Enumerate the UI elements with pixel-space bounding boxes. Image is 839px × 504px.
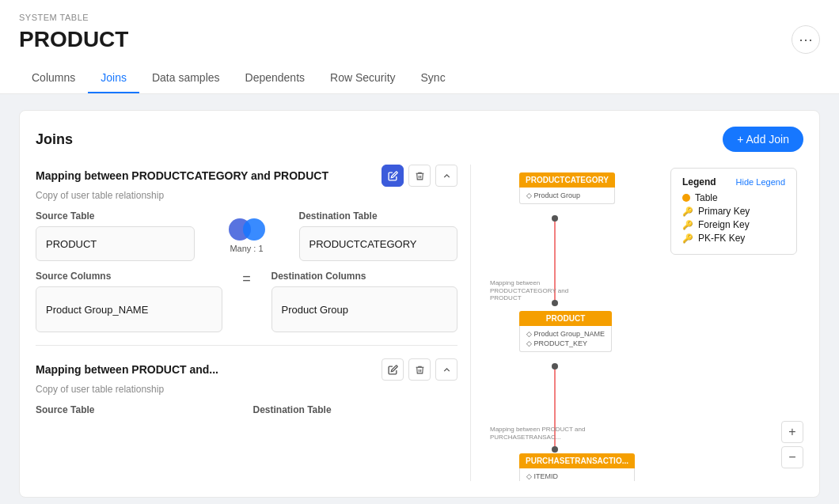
legend-item-pk: 🔑 Primary Key — [682, 206, 785, 217]
mapping-1-header: Mapping between PRODUCTCATEGORY and PROD… — [36, 165, 457, 187]
equals-sign: = — [235, 271, 259, 332]
primary-key-icon: 🔑 — [682, 207, 693, 217]
sd-table-row-2: Source Table Destination Table — [36, 404, 457, 420]
mapping-1-title: Mapping between PRODUCTCATEGORY and PROD… — [36, 169, 328, 182]
source-table-block-2: Source Table — [36, 404, 241, 420]
source-table-block: Source Table PRODUCT — [36, 210, 195, 261]
mapping-1-section: Mapping between PRODUCTCATEGORY and PROD… — [36, 165, 457, 332]
main-content: Joins + Add Join Mapping between PRODUCT… — [0, 94, 839, 504]
joins-left-panel: Mapping between PRODUCTCATEGORY and PROD… — [36, 165, 471, 481]
page-wrapper: SYSTEM TABLE PRODUCT ⋯ Columns Joins Dat… — [0, 0, 839, 504]
node-product-header: PRODUCT — [519, 311, 612, 326]
mapping-1-collapse-button[interactable] — [435, 165, 457, 187]
hide-legend-button[interactable]: Hide Legend — [736, 177, 785, 187]
system-table-label: SYSTEM TABLE — [19, 13, 820, 22]
foreign-key-icon: 🔑 — [682, 220, 693, 230]
joins-panels: Mapping between PRODUCTCATEGORY and PROD… — [36, 165, 803, 481]
mapping-2-title: Mapping between PRODUCT and... — [36, 363, 218, 376]
mapping-2-edit-button[interactable] — [382, 358, 404, 381]
trash-icon — [415, 171, 425, 181]
tabs-bar: Columns Joins Data samples Dependents Ro… — [19, 63, 820, 93]
page-title: PRODUCT — [19, 27, 128, 52]
node-productcategory-header: PRODUCTCATEGORY — [519, 172, 615, 188]
pkfk-key-icon: 🔑 — [682, 233, 693, 244]
node-field: ◇ Product Group_NAME — [526, 329, 605, 339]
edit-icon — [388, 171, 398, 181]
legend-item-table: Table — [682, 192, 785, 203]
venn-diagram — [229, 218, 265, 241]
sd-table-row: Source Table PRODUCT Many : 1 — [36, 210, 457, 261]
mapping-2-actions — [382, 358, 457, 381]
destination-columns-block: Destination Columns Product Group — [271, 271, 458, 332]
divider — [36, 345, 457, 346]
mapping-2-section: Mapping between PRODUCT and... — [36, 358, 457, 420]
node-field: ◇ PRODUCT_KEY — [526, 339, 605, 348]
sd-columns-row: Source Columns Product Group_NAME = Dest… — [36, 271, 457, 332]
tab-data-samples[interactable]: Data samples — [139, 63, 233, 93]
svg-point-1 — [552, 215, 558, 222]
mapping-1-delete-button[interactable] — [408, 165, 431, 187]
diagram-area: PRODUCTCATEGORY ◇ Product Group Mapping … — [484, 165, 803, 481]
legend-pk-label: Primary Key — [698, 206, 750, 217]
legend-item-fk: 🔑 Foreign Key — [682, 219, 785, 230]
destination-table-label: Destination Table — [299, 210, 458, 222]
tab-dependents[interactable]: Dependents — [233, 63, 318, 93]
trash-icon-2 — [415, 365, 425, 375]
zoom-out-button[interactable]: − — [781, 446, 803, 468]
legend-pkfk-label: PK-FK Key — [698, 233, 745, 244]
node-product: PRODUCT ◇ Product Group_NAME ◇ PRODUCT_K… — [519, 311, 612, 352]
tab-sync[interactable]: Sync — [408, 63, 458, 93]
tab-row-security[interactable]: Row Security — [317, 63, 408, 93]
node-productcategory: PRODUCTCATEGORY ◇ Product Group — [519, 172, 615, 204]
source-table-value: PRODUCT — [36, 226, 195, 261]
add-join-button[interactable]: + Add Join — [723, 127, 803, 152]
edit-icon-2 — [388, 365, 398, 375]
mapping-2-header: Mapping between PRODUCT and... — [36, 358, 457, 381]
legend-item-pkfk: 🔑 PK-FK Key — [682, 233, 785, 244]
destination-columns-label: Destination Columns — [271, 271, 458, 282]
node-purchasetransaction: PURCHASETRANSACTIO... ◇ ITEMID — [519, 453, 635, 481]
source-table-label-2: Source Table — [36, 404, 241, 415]
mapping-1-actions — [382, 165, 457, 187]
connector-label-1: Mapping between PRODUCTCATEGORY and PROD… — [490, 279, 601, 302]
source-columns-block: Source Columns Product Group_NAME — [36, 271, 222, 332]
source-column-value: Product Group_NAME — [36, 286, 222, 332]
node-purchasetransaction-body: ◇ ITEMID — [519, 468, 635, 481]
destination-table-block: Destination Table PRODUCTCATEGORY — [299, 210, 458, 261]
page-title-row: PRODUCT ⋯ — [19, 25, 820, 54]
mapping-2-delete-button[interactable] — [408, 358, 431, 381]
zoom-controls: + − — [781, 421, 803, 468]
joins-section-title: Joins — [36, 131, 73, 148]
destination-column-value: Product Group — [271, 286, 458, 332]
svg-point-4 — [552, 363, 558, 369]
node-productcategory-body: ◇ Product Group — [519, 188, 615, 204]
joins-right-panel: PRODUCTCATEGORY ◇ Product Group Mapping … — [471, 165, 803, 481]
join-connector: Many : 1 — [207, 210, 287, 261]
destination-table-label-2: Destination Table — [253, 404, 458, 415]
node-field: ◇ Product Group — [526, 191, 608, 200]
chevron-up-icon-2 — [442, 365, 452, 375]
chevron-up-icon — [442, 171, 452, 181]
joins-card: Joins + Add Join Mapping between PRODUCT… — [19, 110, 820, 498]
venn-right-circle — [243, 218, 265, 241]
mapping-1-edit-button[interactable] — [382, 165, 404, 187]
tab-joins[interactable]: Joins — [88, 63, 139, 93]
node-field: ◇ ITEMID — [526, 472, 628, 481]
mapping-2-subtitle: Copy of user table relationship — [36, 384, 457, 395]
join-type-label: Many : 1 — [230, 244, 263, 253]
joins-card-header: Joins + Add Join — [36, 127, 803, 152]
destination-table-value: PRODUCTCATEGORY — [299, 226, 458, 261]
legend-box: Legend Hide Legend Table 🔑 Primary Key — [670, 168, 797, 255]
mapping-1-subtitle: Copy of user table relationship — [36, 190, 457, 201]
legend-title-row: Legend Hide Legend — [682, 176, 785, 188]
header: SYSTEM TABLE PRODUCT ⋯ Columns Joins Dat… — [0, 0, 839, 94]
mapping-2-collapse-button[interactable] — [435, 358, 457, 381]
legend-fk-label: Foreign Key — [698, 219, 750, 230]
connector-label-2: Mapping between PRODUCT and PURCHASETRAN… — [490, 426, 601, 441]
zoom-in-button[interactable]: + — [781, 421, 803, 443]
tab-columns[interactable]: Columns — [19, 63, 88, 93]
destination-table-block-2: Destination Table — [253, 404, 458, 420]
svg-point-5 — [552, 446, 558, 453]
more-options-button[interactable]: ⋯ — [792, 25, 820, 54]
legend-table-label: Table — [695, 192, 718, 203]
